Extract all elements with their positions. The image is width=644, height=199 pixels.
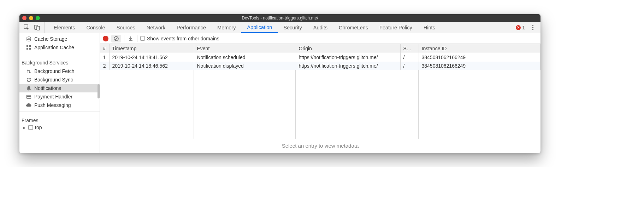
table-row[interactable]: 22019-10-24 14:18:46.562Notification dis… [100, 62, 540, 70]
cell-instance: 3845081062166249 [419, 53, 540, 62]
sidebar-item-payment-handler[interactable]: Payment Handler [19, 92, 100, 101]
tab-elements[interactable]: Elements [48, 22, 81, 33]
window-titlebar: DevTools - notification-triggers.glitch.… [19, 14, 540, 22]
tab-performance[interactable]: Performance [171, 22, 212, 33]
svg-rect-9 [29, 126, 33, 129]
tab-sources[interactable]: Sources [111, 22, 141, 33]
cell-origin: https://notification-triggers.glitch.me/ [296, 53, 400, 62]
cloud-icon [26, 102, 31, 108]
error-count: 1 [522, 25, 525, 30]
table-header-row: # Timestamp Event Origin SW … Instance I… [100, 44, 540, 53]
tab-hints[interactable]: Hints [418, 22, 441, 33]
col-header-timestamp[interactable]: Timestamp [109, 44, 194, 53]
sidebar-section-background-services: Background Services [19, 58, 100, 67]
bell-icon [26, 85, 31, 91]
metadata-placeholder: Select an entry to view metadata [100, 139, 540, 153]
sidebar-item-background-fetch[interactable]: Background Fetch [19, 67, 100, 75]
main-panel: Show events from other domains # Timesta… [100, 33, 540, 153]
sidebar-item-label: Application Cache [34, 45, 74, 50]
sidebar-item-label: Push Messaging [34, 102, 71, 108]
clear-button[interactable] [111, 35, 121, 42]
events-table: # Timestamp Event Origin SW … Instance I… [100, 44, 540, 153]
window-close-button[interactable] [22, 16, 26, 20]
svg-rect-2 [37, 26, 40, 30]
col-header-sw-scope[interactable]: SW … [400, 44, 419, 53]
checkbox-label: Show events from other domains [147, 36, 219, 41]
record-button[interactable] [103, 36, 108, 41]
col-header-event[interactable]: Event [194, 44, 296, 53]
svg-rect-5 [29, 45, 31, 47]
events-toolbar: Show events from other domains [100, 33, 540, 44]
traffic-lights [22, 16, 40, 20]
table-empty-area [100, 70, 540, 139]
device-toolbar-icon[interactable] [34, 24, 41, 31]
svg-rect-6 [26, 48, 28, 50]
tab-console[interactable]: Console [81, 22, 111, 33]
devtools-window: DevTools - notification-triggers.glitch.… [19, 14, 540, 153]
cell-event: Notification displayed [194, 62, 296, 70]
sidebar-item-push-messaging[interactable]: Push Messaging [19, 101, 100, 109]
sidebar-item-label: Background Sync [34, 77, 73, 83]
tab-network[interactable]: Network [141, 22, 171, 33]
window-minimize-button[interactable] [29, 16, 33, 20]
error-count-badge[interactable]: ✕ 1 [516, 25, 525, 30]
cell-timestamp: 2019-10-24 14:18:46.562 [109, 62, 194, 70]
tab-memory[interactable]: Memory [212, 22, 241, 33]
sidebar-item-label: Cache Storage [34, 36, 67, 42]
sidebar-item-cache-storage[interactable]: Cache Storage [19, 35, 100, 43]
tab-feature-policy[interactable]: Feature Policy [374, 22, 418, 33]
cell-origin: https://notification-triggers.glitch.me/ [296, 62, 400, 70]
svg-point-3 [27, 37, 31, 38]
inspect-element-icon[interactable] [23, 24, 30, 31]
sidebar-item-application-cache[interactable]: Application Cache [19, 43, 100, 52]
frame-label: top [35, 125, 42, 130]
sync-icon [26, 77, 31, 83]
application-sidebar: Cache StorageApplication Cache Backgroun… [19, 33, 100, 153]
cell-event: Notification scheduled [194, 53, 296, 62]
sidebar-item-label: Notifications [34, 85, 61, 91]
devtools-tabbar: ElementsConsoleSourcesNetworkPerformance… [19, 22, 540, 33]
sidebar-scrollbar[interactable] [98, 33, 100, 153]
sidebar-divider [19, 112, 100, 112]
error-icon: ✕ [516, 25, 521, 30]
toolbar-separator [124, 35, 124, 42]
card-icon [26, 94, 31, 100]
tab-application[interactable]: Application [241, 22, 278, 33]
col-header-origin[interactable]: Origin [296, 44, 400, 53]
save-events-button[interactable] [127, 35, 134, 42]
cell-timestamp: 2019-10-24 14:18:41.562 [109, 53, 194, 62]
more-menu-icon[interactable] [529, 24, 536, 31]
toolbar-separator [137, 35, 137, 42]
col-header-instance-id[interactable]: Instance ID [419, 44, 540, 53]
show-other-domains-checkbox[interactable]: Show events from other domains [140, 36, 219, 41]
window-title: DevTools - notification-triggers.glitch.… [19, 16, 540, 21]
svg-rect-4 [26, 45, 28, 47]
tab-chromelens[interactable]: ChromeLens [333, 22, 374, 33]
cell-n: 2 [100, 62, 109, 70]
database-icon [26, 36, 31, 42]
disclosure-triangle-icon[interactable]: ▶ [23, 126, 26, 130]
frame-tree-item[interactable]: ▶ top [19, 125, 100, 130]
tab-security[interactable]: Security [278, 22, 307, 33]
window-maximize-button[interactable] [36, 16, 40, 20]
cell-n: 1 [100, 53, 109, 62]
col-header-index[interactable]: # [100, 44, 109, 53]
checkbox-icon [140, 36, 145, 41]
grid-icon [26, 45, 31, 50]
tab-audits[interactable]: Audits [308, 22, 333, 33]
cell-sw: / [400, 53, 419, 62]
sidebar-item-label: Payment Handler [34, 94, 72, 100]
sidebar-item-background-sync[interactable]: Background Sync [19, 75, 100, 84]
sidebar-item-notifications[interactable]: Notifications [19, 84, 100, 92]
sidebar-section-frames: Frames [19, 116, 100, 125]
sidebar-divider [19, 54, 100, 54]
svg-rect-8 [26, 95, 31, 98]
cell-instance: 3845081062166249 [419, 62, 540, 70]
frame-icon [28, 125, 34, 130]
transfer-icon [26, 68, 31, 74]
sidebar-item-label: Background Fetch [34, 68, 75, 74]
cell-sw: / [400, 62, 419, 70]
table-row[interactable]: 12019-10-24 14:18:41.562Notification sch… [100, 53, 540, 62]
svg-rect-7 [29, 48, 31, 50]
